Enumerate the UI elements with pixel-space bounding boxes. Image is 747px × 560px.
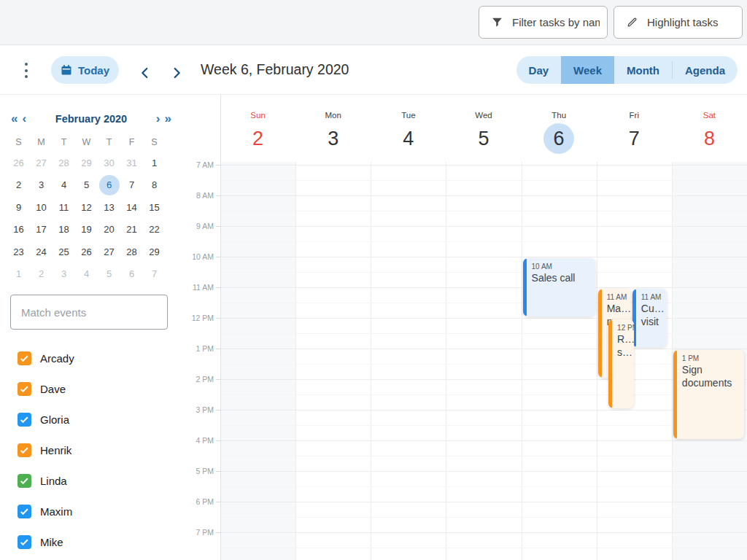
chevron-right-icon[interactable]: › bbox=[154, 111, 163, 127]
person-filter-row: Linda bbox=[18, 465, 171, 496]
grid-column-sun[interactable] bbox=[220, 162, 295, 560]
day-header-sun[interactable]: Sun2 bbox=[220, 95, 295, 162]
half-hour-line bbox=[220, 425, 747, 426]
event-color-bar bbox=[608, 319, 612, 408]
mini-calendar-day[interactable]: 14 bbox=[120, 196, 143, 219]
event-cu-[interactable]: 11 AMCu…visit bbox=[632, 289, 667, 347]
mini-calendar-day[interactable]: 6 bbox=[98, 174, 120, 197]
mini-calendar-day[interactable]: 4 bbox=[75, 263, 98, 286]
half-hour-line bbox=[220, 517, 747, 518]
half-hour-line bbox=[220, 333, 747, 334]
kebab-menu-icon[interactable] bbox=[21, 63, 31, 78]
view-tab-agenda[interactable]: Agenda bbox=[673, 56, 738, 84]
mini-calendar-day[interactable]: 23 bbox=[7, 241, 30, 263]
previous-week-button[interactable] bbox=[136, 65, 155, 81]
person-checkbox[interactable] bbox=[18, 351, 31, 365]
time-label: 6 PM bbox=[196, 496, 214, 508]
half-hour-line bbox=[220, 394, 747, 395]
mini-calendar-day[interactable]: 29 bbox=[143, 241, 166, 263]
grid-column-mon[interactable] bbox=[295, 162, 371, 560]
weekday-label: T bbox=[53, 133, 75, 152]
mini-calendar-day[interactable]: 28 bbox=[53, 152, 75, 174]
person-checkbox[interactable] bbox=[18, 443, 31, 457]
person-checkbox[interactable] bbox=[18, 535, 31, 549]
day-name: Mon bbox=[295, 111, 371, 120]
hour-line bbox=[220, 318, 747, 319]
mini-calendar-day[interactable]: 9 bbox=[7, 196, 30, 219]
mini-calendar-day[interactable]: 12 bbox=[75, 196, 98, 219]
day-header-tue[interactable]: Tue4 bbox=[371, 95, 446, 162]
mini-calendar-day[interactable]: 5 bbox=[98, 263, 120, 286]
person-checkbox[interactable] bbox=[18, 413, 31, 427]
day-header-sat[interactable]: Sat8 bbox=[672, 95, 747, 162]
grid-column-tue[interactable] bbox=[371, 162, 446, 560]
week-scheduler: Sun2Mon3Tue4Wed5Thu6Fri7Sat8 7 AM8 AM9 A… bbox=[179, 95, 747, 560]
mini-calendar-day[interactable]: 2 bbox=[7, 174, 30, 197]
mini-calendar-day[interactable]: 4 bbox=[53, 174, 75, 197]
person-checkbox[interactable] bbox=[18, 474, 31, 488]
mini-calendar-day[interactable]: 18 bbox=[53, 219, 75, 241]
mini-calendar-day[interactable]: 8 bbox=[143, 174, 166, 197]
mini-calendar-day[interactable]: 1 bbox=[143, 152, 166, 174]
mini-calendar-day[interactable]: 19 bbox=[75, 219, 98, 241]
view-tab-week[interactable]: Week bbox=[561, 56, 614, 84]
highlight-tasks-field[interactable] bbox=[614, 6, 743, 39]
time-label: 7 AM bbox=[196, 162, 214, 171]
mini-calendar-day[interactable]: 10 bbox=[30, 196, 53, 219]
scheduler-scroll-area[interactable]: 7 AM8 AM9 AM10 AM11 AM12 PM1 PM2 PM3 PM4… bbox=[179, 162, 747, 560]
day-header-mon[interactable]: Mon3 bbox=[295, 95, 371, 162]
mini-calendar-day[interactable]: 28 bbox=[120, 241, 143, 263]
match-events-input[interactable] bbox=[10, 295, 168, 330]
filter-tasks-field[interactable] bbox=[479, 6, 608, 39]
mini-calendar-day[interactable]: 16 bbox=[7, 219, 30, 241]
mini-calendar-day[interactable]: 2 bbox=[30, 263, 53, 286]
day-header-thu[interactable]: Thu6 bbox=[522, 95, 597, 162]
mini-calendar-day[interactable]: 27 bbox=[98, 241, 120, 263]
person-checkbox[interactable] bbox=[18, 382, 31, 396]
double-chevron-right-icon[interactable]: » bbox=[163, 111, 174, 127]
grid-column-thu[interactable] bbox=[522, 162, 597, 560]
mini-calendar-day[interactable]: 7 bbox=[143, 263, 166, 286]
content: « ‹ February 2020 › » SMTWTFS26272829303… bbox=[0, 95, 747, 560]
mini-calendar-week-row: 23242526272829 bbox=[7, 241, 174, 263]
hour-line bbox=[220, 502, 747, 502]
mini-calendar-day[interactable]: 7 bbox=[120, 174, 143, 197]
mini-calendar-day[interactable]: 15 bbox=[143, 196, 166, 219]
mini-calendar-day[interactable]: 17 bbox=[30, 219, 53, 241]
mini-calendar-day[interactable]: 1 bbox=[7, 263, 30, 286]
mini-calendar-day[interactable]: 11 bbox=[53, 196, 75, 219]
mini-calendar-day[interactable]: 6 bbox=[120, 263, 143, 286]
mini-calendar-day[interactable]: 24 bbox=[30, 241, 53, 263]
hour-line bbox=[220, 349, 747, 349]
mini-calendar-day[interactable]: 22 bbox=[143, 219, 166, 241]
today-button[interactable]: Today bbox=[51, 56, 119, 84]
mini-calendar-day[interactable]: 20 bbox=[98, 219, 120, 241]
highlight-tasks-input[interactable] bbox=[647, 16, 735, 28]
grid-column-wed[interactable] bbox=[446, 162, 521, 560]
mini-calendar-day[interactable]: 25 bbox=[53, 241, 75, 263]
weekday-label: T bbox=[98, 133, 120, 152]
chevron-left-icon[interactable]: ‹ bbox=[20, 111, 28, 127]
mini-calendar-day[interactable]: 3 bbox=[53, 263, 75, 286]
next-week-button[interactable] bbox=[167, 65, 186, 81]
view-tab-day[interactable]: Day bbox=[516, 56, 562, 84]
event-sales-call[interactable]: 10 AMSales call bbox=[523, 258, 595, 316]
day-header-fri[interactable]: Fri7 bbox=[597, 95, 672, 162]
double-chevron-left-icon[interactable]: « bbox=[9, 111, 20, 127]
mini-calendar-day[interactable]: 21 bbox=[120, 219, 143, 241]
person-checkbox[interactable] bbox=[18, 505, 31, 518]
mini-calendar-day[interactable]: 5 bbox=[75, 174, 98, 197]
filter-tasks-input[interactable] bbox=[512, 16, 600, 28]
view-tab-month[interactable]: Month bbox=[614, 56, 672, 84]
mini-calendar-day[interactable]: 26 bbox=[75, 241, 98, 263]
mini-calendar-day[interactable]: 13 bbox=[98, 196, 120, 219]
mini-calendar-day[interactable]: 26 bbox=[7, 152, 30, 174]
event-sign[interactable]: 1 PMSigndocuments bbox=[673, 350, 745, 439]
mini-calendar-day[interactable]: 3 bbox=[30, 174, 53, 197]
mini-calendar-day[interactable]: 30 bbox=[98, 152, 120, 174]
event-r-[interactable]: 12 PMR…s… bbox=[608, 319, 634, 408]
day-header-wed[interactable]: Wed5 bbox=[446, 95, 521, 162]
mini-calendar-day[interactable]: 29 bbox=[75, 152, 98, 174]
mini-calendar-day[interactable]: 31 bbox=[120, 152, 143, 174]
mini-calendar-day[interactable]: 27 bbox=[30, 152, 53, 174]
